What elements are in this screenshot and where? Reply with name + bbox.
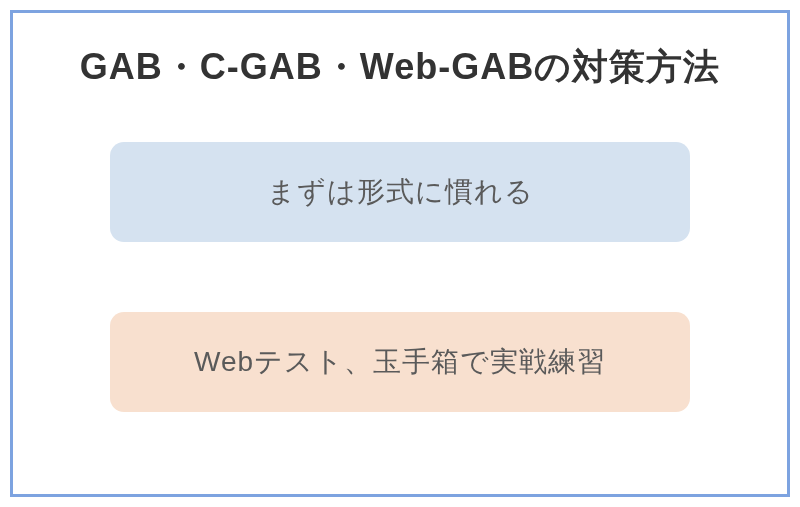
tip-card-1-label: まずは形式に慣れる bbox=[267, 173, 534, 211]
page-title: GAB・C-GAB・Web-GABの対策方法 bbox=[80, 43, 720, 92]
tip-card-2-label: Webテスト、玉手箱で実戦練習 bbox=[194, 343, 606, 381]
tip-card-1: まずは形式に慣れる bbox=[110, 142, 690, 242]
main-frame: GAB・C-GAB・Web-GABの対策方法 まずは形式に慣れる Webテスト、… bbox=[10, 10, 790, 497]
tip-card-2: Webテスト、玉手箱で実戦練習 bbox=[110, 312, 690, 412]
